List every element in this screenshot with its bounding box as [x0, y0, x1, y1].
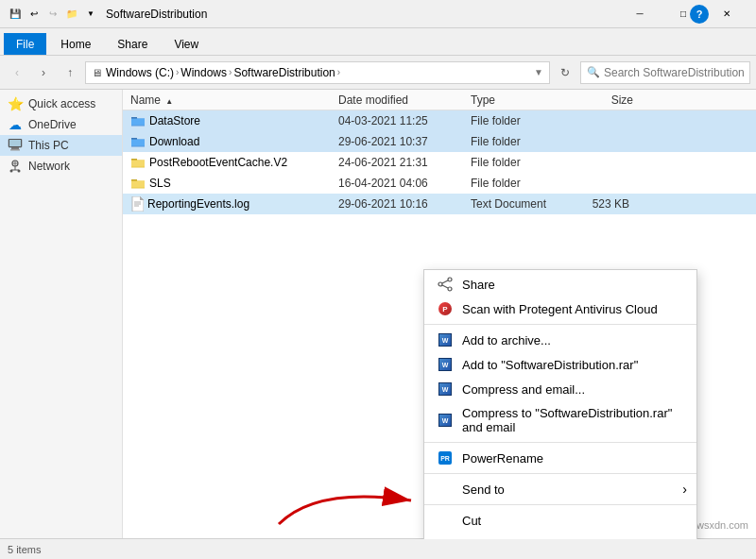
forward-button[interactable]: ›	[32, 61, 55, 84]
address-computer-icon: 🖥	[92, 67, 102, 78]
svg-rect-3	[10, 149, 20, 151]
tab-view[interactable]: View	[162, 33, 211, 55]
ctx-compress-label: Compress and email...	[462, 382, 685, 397]
file-name-cell: SLS	[127, 176, 335, 191]
ctx-cut-label: Cut	[462, 514, 685, 528]
ctx-send-label: Send to	[462, 483, 685, 497]
folder-icon	[130, 113, 146, 128]
search-icon: 🔍	[587, 66, 600, 78]
sort-icon: ▲	[165, 97, 173, 106]
tab-home[interactable]: Home	[48, 33, 103, 55]
svg-line-21	[442, 280, 448, 283]
header-date[interactable]: Date modified	[335, 93, 467, 107]
header-name[interactable]: Name ▲	[127, 93, 335, 107]
winrar-icon4: W	[436, 413, 455, 428]
tab-share[interactable]: Share	[105, 33, 160, 55]
help-button[interactable]: ?	[690, 5, 709, 24]
table-row[interactable]: PostRebootEventCache.V2 24-06-2021 21:31…	[123, 152, 756, 173]
file-list-header: Name ▲ Date modified Type Size	[123, 90, 756, 110]
ctx-powerrename[interactable]: PR PowerRename	[424, 446, 696, 470]
tab-file[interactable]: File	[4, 33, 46, 55]
folder-icon	[130, 134, 146, 149]
search-input[interactable]	[604, 66, 744, 79]
ctx-send-to[interactable]: Send to	[424, 477, 696, 501]
ribbon-tabs: File Home Share View	[0, 28, 756, 55]
copy-icon	[436, 537, 455, 539]
sidebar-item-onedrive[interactable]: ☁ OneDrive	[0, 114, 122, 135]
address-box[interactable]: 🖥 Windows (C:) › Windows › SoftwareDistr…	[85, 61, 550, 84]
protegent-icon: P	[436, 301, 455, 316]
ctx-share[interactable]: Share	[424, 272, 696, 296]
sidebar-item-this-pc[interactable]: This PC	[0, 135, 122, 156]
ctx-add-rar-label: Add to "SoftwareDistribution.rar"	[462, 358, 685, 372]
svg-point-18	[448, 278, 452, 281]
minimize-button[interactable]: ─	[618, 0, 662, 28]
folder-icon	[130, 155, 146, 170]
up-button[interactable]: ↑	[59, 61, 81, 84]
sidebar-item-network[interactable]: Network	[0, 156, 122, 177]
table-row[interactable]: ReportingEvents.log 29-06-2021 10:16 Tex…	[123, 194, 756, 214]
svg-point-19	[438, 282, 442, 286]
context-menu: Share P Scan with Protegent Antivirus Cl…	[423, 269, 697, 539]
redo-icon: ↪	[45, 7, 60, 22]
close-button[interactable]: ✕	[705, 0, 748, 28]
computer-icon	[8, 138, 23, 153]
powerrename-icon: PR	[436, 450, 455, 466]
breadcrumb-sep2: ›	[229, 67, 232, 77]
folder-icon-title: 📁	[64, 7, 79, 22]
window-controls: ─ □ ✕	[618, 0, 748, 28]
file-name-cell: PostRebootEventCache.V2	[127, 155, 335, 170]
ctx-copy[interactable]: Copy	[424, 533, 696, 539]
ctx-sep2	[424, 442, 696, 443]
ribbon: File Home Share View	[0, 28, 756, 56]
table-row[interactable]: Download 29-06-2021 10:37 File folder	[123, 131, 756, 152]
refresh-button[interactable]: ↻	[554, 61, 576, 84]
sidebar-item-quick-access[interactable]: ⭐ Quick access	[0, 93, 122, 114]
cloud-icon: ☁	[8, 117, 23, 132]
address-bar-row: ‹ › ↑ 🖥 Windows (C:) › Windows › Softwar…	[0, 56, 756, 90]
svg-rect-2	[11, 147, 19, 149]
breadcrumb-windows: Windows	[180, 66, 227, 79]
header-type[interactable]: Type	[467, 93, 561, 107]
breadcrumb-softdist: SoftwareDistribution	[233, 66, 335, 79]
ctx-scan-label: Scan with Protegent Antivirus Cloud	[462, 302, 685, 316]
ctx-scan[interactable]: P Scan with Protegent Antivirus Cloud	[424, 296, 696, 321]
ctx-sep1	[424, 324, 696, 325]
ctx-compress-rar-email[interactable]: W Compress to "SoftwareDistribution.rar"…	[424, 401, 696, 439]
file-name-cell: ReportingEvents.log	[127, 196, 335, 212]
back-button[interactable]: ‹	[6, 61, 28, 84]
winrar-icon3: W	[436, 381, 455, 397]
header-size[interactable]: Size	[561, 93, 637, 107]
winrar-icon: W	[436, 332, 455, 347]
title-bar: 💾 ↩ ↪ 📁 ▼ SoftwareDistribution ─ □ ✕ ?	[0, 0, 756, 28]
svg-rect-12	[131, 138, 137, 140]
watermark: wsxdn.com	[696, 519, 748, 531]
ctx-cut[interactable]: Cut	[424, 508, 696, 533]
table-row[interactable]: SLS 16-04-2021 04:06 File folder	[123, 173, 756, 194]
star-icon: ⭐	[8, 96, 23, 111]
ctx-copy-label: Copy	[462, 538, 685, 540]
window-title: SoftwareDistribution	[106, 8, 618, 21]
breadcrumb-sep1: ›	[176, 67, 179, 77]
ctx-add-rar[interactable]: W Add to "SoftwareDistribution.rar"	[424, 352, 696, 377]
main-layout: ⭐ Quick access ☁ OneDrive This PC	[0, 90, 756, 539]
quick-access-toolbar-icon: 💾	[8, 7, 23, 22]
network-icon	[8, 159, 23, 174]
address-dropdown[interactable]: ▼	[534, 67, 543, 77]
sidebar-label-this-pc: This PC	[28, 139, 69, 152]
status-bar: 5 items	[0, 538, 756, 559]
svg-rect-1	[9, 140, 21, 146]
document-icon	[130, 196, 144, 212]
file-list: DataStore 04-03-2021 11:25 File folder D…	[123, 110, 756, 214]
svg-point-20	[448, 287, 452, 291]
winrar-icon2: W	[436, 357, 455, 372]
sidebar: ⭐ Quick access ☁ OneDrive This PC	[0, 90, 123, 539]
ctx-add-archive[interactable]: W Add to archive...	[424, 328, 696, 352]
ctx-compress-email[interactable]: W Compress and email...	[424, 377, 696, 401]
search-box[interactable]: 🔍	[580, 61, 750, 84]
sidebar-label-network: Network	[28, 160, 70, 173]
ctx-compress-rar-label: Compress to "SoftwareDistribution.rar" a…	[462, 406, 685, 434]
sidebar-label-quick-access: Quick access	[28, 97, 95, 110]
dropdown-icon[interactable]: ▼	[83, 7, 98, 22]
table-row[interactable]: DataStore 04-03-2021 11:25 File folder	[123, 110, 756, 131]
